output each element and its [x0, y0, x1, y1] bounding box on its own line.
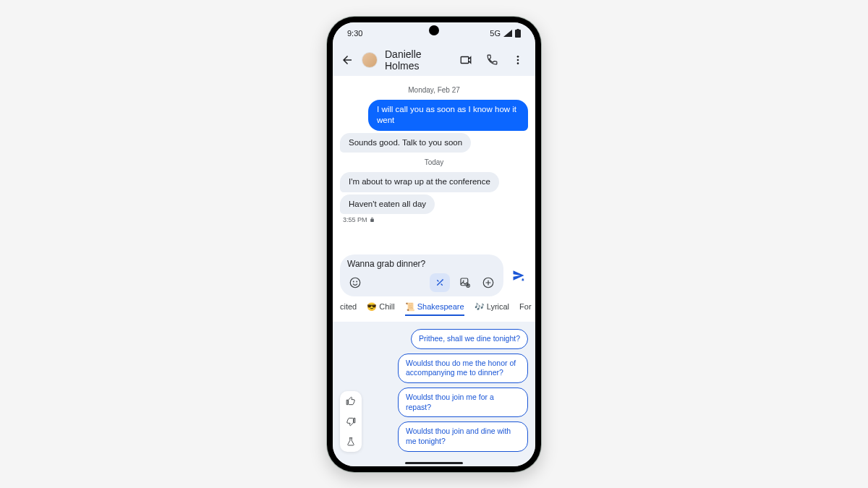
phone-frame: 9:30 5G Danielle Holmes: [327, 17, 541, 472]
emoji-button[interactable]: [347, 275, 363, 291]
style-tab-lyrical[interactable]: 🎶 Lyrical: [475, 302, 509, 314]
date-divider: Today: [340, 158, 528, 166]
thumbs-up-button[interactable]: [340, 391, 362, 411]
conversation-header: Danielle Holmes: [333, 44, 535, 76]
suggestion-chip[interactable]: Wouldst thou join me for a repast?: [398, 388, 528, 417]
message-row-incoming: Sounds good. Talk to you soon: [340, 133, 528, 153]
style-tab-chill[interactable]: 😎 Chill: [367, 302, 394, 314]
style-tab-shakespeare[interactable]: 📜 Shakespeare: [405, 302, 464, 316]
feedback-buttons: [340, 391, 362, 452]
message-bubble[interactable]: I'm about to wrap up at the conference: [340, 172, 499, 192]
style-tabs: cited 😎 Chill 📜 Shakespeare 🎶 Lyrical Fo…: [333, 302, 535, 322]
network-label: 5G: [490, 29, 501, 38]
date-divider: Monday, Feb 27: [340, 86, 528, 94]
compose-area: Wanna grab dinner?: [333, 252, 535, 302]
svg-point-6: [353, 281, 354, 283]
camera-punch-hole: [429, 25, 439, 35]
more-options-button[interactable]: [511, 53, 525, 67]
add-button[interactable]: [480, 275, 496, 291]
svg-point-9: [463, 281, 464, 282]
svg-point-5: [350, 278, 360, 288]
svg-point-4: [517, 62, 519, 64]
style-tab-formal[interactable]: For: [519, 302, 532, 314]
suggestion-list: Prithee, shall we dine tonight? Wouldst …: [340, 329, 528, 451]
suggestion-chip[interactable]: Wouldst thou do me the honor of accompan…: [398, 354, 528, 383]
message-bubble[interactable]: Haven't eaten all day: [340, 194, 435, 215]
message-bubble[interactable]: I will call you as soon as I know how it…: [368, 100, 528, 131]
message-bubble[interactable]: Sounds good. Talk to you soon: [340, 133, 471, 153]
svg-point-2: [517, 56, 519, 58]
battery-icon: [515, 29, 521, 38]
svg-point-3: [517, 59, 519, 61]
status-icons: 5G: [490, 29, 521, 38]
back-button[interactable]: [340, 53, 354, 67]
svg-rect-0: [515, 30, 521, 38]
message-row-incoming: I'm about to wrap up at the conference: [340, 172, 528, 192]
timestamp-text: 3:55 PM: [343, 216, 367, 223]
suggestion-chip[interactable]: Prithee, shall we dine tonight?: [411, 329, 528, 349]
timestamp: 3:55 PM: [343, 216, 528, 223]
message-row-outgoing: I will call you as soon as I know how it…: [340, 100, 528, 131]
svg-rect-1: [517, 29, 519, 30]
experiment-button[interactable]: [340, 432, 362, 452]
suggestion-chip[interactable]: Wouldst thou join and dine with me tonig…: [398, 421, 528, 451]
status-time: 9:30: [347, 29, 362, 38]
chat-scroll[interactable]: Monday, Feb 27 I will call you as soon a…: [333, 76, 535, 252]
magic-compose-button[interactable]: [430, 273, 450, 292]
contact-name[interactable]: Danielle Holmes: [385, 48, 451, 72]
gallery-button[interactable]: [457, 275, 473, 291]
svg-point-7: [356, 281, 357, 283]
thumbs-down-button[interactable]: [340, 411, 362, 432]
suggestions-panel: Prithee, shall we dine tonight? Wouldst …: [333, 322, 535, 466]
screen: 9:30 5G Danielle Holmes: [333, 22, 535, 466]
voice-call-button[interactable]: [485, 53, 499, 67]
contact-avatar[interactable]: [362, 52, 378, 68]
home-indicator[interactable]: [405, 462, 463, 464]
compose-input[interactable]: Wanna grab dinner?: [340, 254, 503, 296]
style-tab-excited[interactable]: cited: [340, 302, 357, 314]
video-call-button[interactable]: [459, 53, 473, 67]
lock-icon: [370, 217, 375, 223]
compose-draft-text: Wanna grab dinner?: [347, 259, 496, 269]
send-button[interactable]: [509, 266, 528, 285]
message-row-incoming: Haven't eaten all day: [340, 194, 528, 215]
signal-icon: [503, 30, 512, 37]
